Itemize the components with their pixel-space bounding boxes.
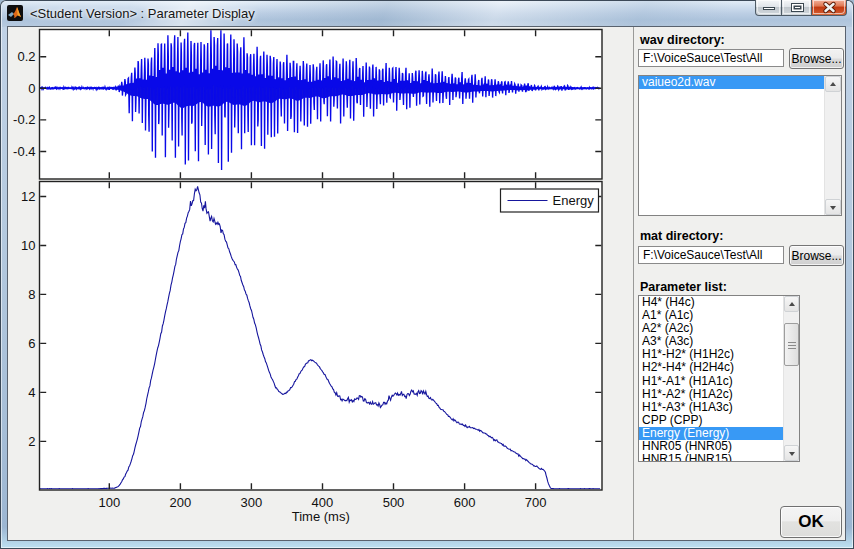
svg-text:10: 10: [21, 238, 35, 253]
svg-text:600: 600: [454, 495, 476, 510]
svg-text:Energy: Energy: [553, 193, 595, 208]
svg-text:500: 500: [383, 495, 405, 510]
svg-text:200: 200: [170, 495, 192, 510]
svg-text:Time (ms): Time (ms): [292, 509, 350, 524]
svg-text:4: 4: [28, 385, 35, 400]
svg-text:-0.4: -0.4: [13, 144, 35, 159]
svg-text:700: 700: [525, 495, 547, 510]
svg-text:0.2: 0.2: [17, 49, 35, 64]
svg-text:300: 300: [241, 495, 263, 510]
svg-text:-0.2: -0.2: [13, 112, 35, 127]
svg-text:100: 100: [98, 495, 120, 510]
svg-text:6: 6: [28, 336, 35, 351]
svg-text:0: 0: [28, 81, 35, 96]
svg-text:2: 2: [28, 434, 35, 449]
svg-text:12: 12: [21, 189, 35, 204]
svg-text:400: 400: [312, 495, 334, 510]
svg-text:8: 8: [28, 287, 35, 302]
